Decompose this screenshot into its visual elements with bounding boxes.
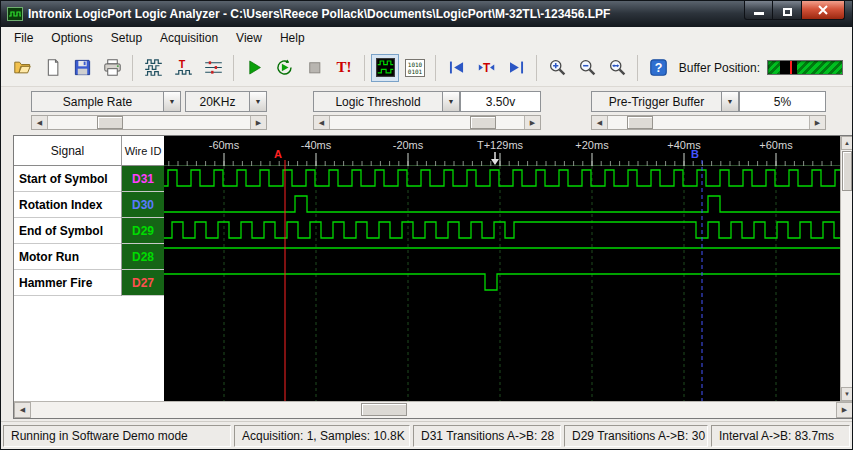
- wire-id-label[interactable]: D30: [122, 192, 164, 218]
- zoom-fit-button[interactable]: [603, 54, 631, 82]
- signal-label[interactable]: Rotation Index: [14, 192, 121, 218]
- waveform-view-button[interactable]: [371, 54, 399, 82]
- measurements-button[interactable]: [199, 54, 227, 82]
- scroll-thumb[interactable]: [361, 403, 407, 416]
- signals-setup-button[interactable]: [139, 54, 167, 82]
- chevron-down-icon[interactable]: ▼: [442, 92, 459, 111]
- print-button[interactable]: [98, 54, 126, 82]
- scroll-up-arrow[interactable]: ▲: [841, 136, 853, 150]
- signal-label[interactable]: Start of Symbol: [14, 166, 121, 192]
- slider-right-arrow[interactable]: ▶: [250, 116, 266, 129]
- goto-start-button[interactable]: [442, 54, 470, 82]
- slider-track[interactable]: [608, 116, 809, 129]
- menu-bar: File Options Setup Acquisition View Help: [1, 27, 852, 49]
- trigger-setup-button[interactable]: T: [169, 54, 197, 82]
- trigger-setup-icon: T: [174, 58, 193, 77]
- goto-trigger-icon: T: [477, 58, 496, 77]
- scroll-track[interactable]: [31, 402, 836, 418]
- chevron-down-icon[interactable]: ▼: [249, 92, 266, 111]
- slider-left-arrow[interactable]: ◀: [592, 116, 608, 129]
- slider-left-arrow[interactable]: ◀: [32, 116, 48, 129]
- chevron-down-icon[interactable]: ▼: [163, 92, 180, 111]
- sample-rate-dropdown[interactable]: Sample Rate ▼: [31, 91, 181, 112]
- zoom-out-button[interactable]: [573, 54, 601, 82]
- goto-end-button[interactable]: [502, 54, 530, 82]
- sample-rate-slider[interactable]: ◀ ▶: [31, 115, 267, 130]
- new-button[interactable]: [38, 54, 66, 82]
- menu-acquisition[interactable]: Acquisition: [151, 27, 227, 49]
- run-button[interactable]: [240, 54, 268, 82]
- scroll-right-arrow[interactable]: ▶: [836, 402, 853, 418]
- run-icon: [245, 58, 264, 77]
- cursor-a-label: A: [274, 148, 282, 160]
- toolbar-separator: [364, 55, 365, 81]
- status-acquisition: Acquisition: 1, Samples: 10.8K: [234, 425, 410, 447]
- pre-trigger-value-field[interactable]: 5%: [739, 91, 826, 112]
- menu-help[interactable]: Help: [271, 27, 314, 49]
- toolbar-separator: [637, 55, 638, 81]
- svg-text:T: T: [482, 61, 490, 75]
- close-button[interactable]: [801, 1, 845, 20]
- pre-trigger-slider[interactable]: ◀ ▶: [591, 115, 826, 130]
- waveform-display[interactable]: -60ms-40ms-20msT+129ms+20ms+40ms+60msAB: [164, 136, 840, 401]
- stop-button[interactable]: [300, 54, 328, 82]
- vertical-scrollbar[interactable]: ▲ ▼: [840, 136, 853, 401]
- open-folder-icon: [13, 58, 32, 77]
- waveform-trace: [164, 274, 840, 290]
- slider-thumb[interactable]: [627, 116, 653, 129]
- trigger-options-button[interactable]: T!: [330, 54, 358, 82]
- state-list-view-button[interactable]: 1010 0101: [401, 54, 429, 82]
- slider-right-arrow[interactable]: ▶: [524, 116, 540, 129]
- sample-rate-value-dropdown[interactable]: 20KHz ▼: [185, 91, 267, 112]
- new-document-icon: [43, 58, 62, 77]
- ruler-label: +60ms: [759, 139, 793, 151]
- signal-label[interactable]: Hammer Fire: [14, 270, 121, 296]
- scroll-left-arrow[interactable]: ◀: [14, 402, 31, 418]
- status-bar: Running in Software Demo mode Acquisitio…: [1, 421, 852, 449]
- menu-view[interactable]: View: [227, 27, 271, 49]
- wire-id-label[interactable]: D29: [122, 218, 164, 244]
- run-repeat-button[interactable]: [270, 54, 298, 82]
- slider-track[interactable]: [330, 116, 524, 129]
- signal-column-header: Signal: [14, 136, 122, 166]
- save-button[interactable]: [68, 54, 96, 82]
- chevron-down-icon[interactable]: ▼: [721, 92, 738, 111]
- slider-thumb[interactable]: [97, 116, 123, 129]
- wire-id-label[interactable]: D31: [122, 166, 164, 192]
- pre-trigger-dropdown[interactable]: Pre-Trigger Buffer ▼: [591, 91, 739, 112]
- logic-threshold-slider[interactable]: ◀ ▶: [313, 115, 541, 130]
- ruler-label: -60ms: [209, 139, 240, 151]
- scroll-down-arrow[interactable]: ▼: [841, 387, 853, 401]
- waveform-canvas[interactable]: -60ms-40ms-20msT+129ms+20ms+40ms+60msAB: [164, 136, 840, 401]
- waveform-trace: [164, 222, 840, 238]
- scroll-track[interactable]: [841, 150, 853, 387]
- slider-thumb[interactable]: [470, 116, 496, 129]
- logic-threshold-dropdown[interactable]: Logic Threshold ▼: [313, 91, 460, 112]
- signal-label[interactable]: End of Symbol: [14, 218, 121, 244]
- status-d29-transitions: D29 Transitions A->B: 30: [564, 425, 708, 447]
- goto-trigger-button[interactable]: T: [472, 54, 500, 82]
- slider-track[interactable]: [48, 116, 250, 129]
- open-button[interactable]: [8, 54, 36, 82]
- toolbar-separator: [132, 55, 133, 81]
- signal-name-column: Start of SymbolRotation IndexEnd of Symb…: [14, 166, 122, 296]
- slider-left-arrow[interactable]: ◀: [314, 116, 330, 129]
- scroll-thumb[interactable]: [842, 151, 852, 191]
- wire-id-label[interactable]: D28: [122, 244, 164, 270]
- maximize-button[interactable]: [773, 1, 801, 20]
- minimize-button[interactable]: [744, 1, 773, 20]
- save-floppy-icon: [73, 58, 92, 77]
- help-button[interactable]: ?: [644, 54, 672, 82]
- title-bar: Intronix LogicPort Logic Analyzer - C:\U…: [1, 1, 852, 27]
- menu-options[interactable]: Options: [42, 27, 101, 49]
- slider-right-arrow[interactable]: ▶: [809, 116, 825, 129]
- signal-label[interactable]: Motor Run: [14, 244, 121, 270]
- zoom-in-button[interactable]: [543, 54, 571, 82]
- menu-file[interactable]: File: [5, 27, 42, 49]
- logic-threshold-value-field[interactable]: 3.50v: [460, 91, 541, 112]
- menu-setup[interactable]: Setup: [102, 27, 151, 49]
- horizontal-scrollbar[interactable]: ◀ ▶: [14, 401, 853, 418]
- sample-rate-label: Sample Rate: [32, 92, 163, 111]
- toolbar-separator: [435, 55, 436, 81]
- wire-id-label[interactable]: D27: [122, 270, 164, 296]
